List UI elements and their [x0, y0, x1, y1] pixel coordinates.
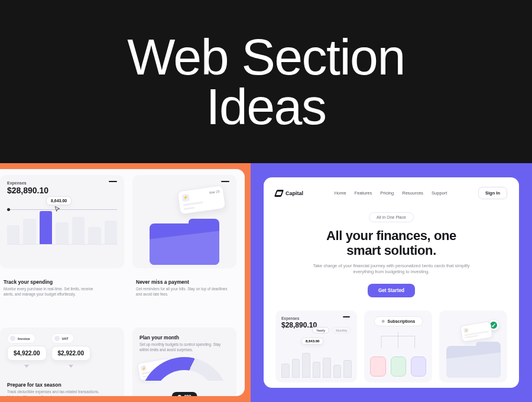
subscriptions-pill: Subscriptions [374, 316, 423, 326]
receipt-date: Mar 23 [209, 190, 220, 194]
spending-tile: Expenses $28,890.10 8,643.00 [0, 175, 124, 268]
threshold-slider[interactable] [7, 209, 117, 210]
subscription-node[interactable] [370, 356, 385, 377]
caption-title: Prepare for tax season [7, 382, 117, 388]
caption-title: Track your spending [4, 279, 117, 285]
budget-gauge [140, 357, 229, 396]
subscription-nodes [370, 356, 426, 377]
feature-bento-card: Expenses $28,890.10 8,643.00 [0, 169, 245, 396]
spending-caption: Track your spending Monitor every purcha… [0, 275, 124, 320]
tab-monthly[interactable]: Monthly [332, 327, 351, 333]
caption-title: Never miss a payment [136, 279, 229, 285]
chip-invoice-value: $4,922.00 [7, 346, 47, 361]
nav-resources[interactable]: Resources [402, 190, 423, 196]
folder-icon [446, 346, 501, 378]
caption-desc: Monitor every purchase in real-time. Set… [4, 287, 104, 297]
caption-desc: Track deductible expenses and tax-relate… [7, 390, 108, 396]
chevron-down-icon [69, 365, 73, 368]
subscription-node[interactable] [411, 356, 426, 377]
caption-desc: Get reminders for all your bills. Stay o… [136, 287, 229, 297]
caption-title: Plan your month [140, 335, 229, 341]
brand-logo-icon [274, 190, 284, 197]
tree-connectors [375, 332, 421, 348]
example-panel-left: Expenses $28,890.10 8,643.00 [0, 163, 251, 402]
chip-vat-value: $2,922.00 [51, 346, 91, 361]
mini-bar-tooltip: 8,643.00 [301, 338, 323, 345]
caption-desc: Set up monthly budgets to control spendi… [140, 342, 229, 352]
nav-pricing[interactable]: Pricing [380, 190, 394, 196]
signin-button[interactable]: Sign In [478, 187, 507, 199]
chevron-down-icon [24, 365, 29, 368]
hero-headline: All your finances, one smart solution. [275, 228, 507, 258]
subscription-node[interactable] [391, 356, 406, 377]
chip-small-vat: VAT [51, 333, 74, 343]
lightning-icon: ⚡ [182, 194, 190, 202]
chip-small-invoice: Invoice [7, 333, 35, 343]
eyebrow-pill: All in One Place [369, 212, 414, 222]
minimize-icon[interactable] [109, 181, 117, 182]
tab-yearly[interactable]: Yearly [312, 327, 329, 333]
tax-tile: Invoice $4,922.00 VAT $2,922.00 [0, 328, 124, 396]
hero-subtext: Take charge of your financial journey wi… [309, 263, 474, 276]
bar-tooltip: 8,643.00 [46, 196, 72, 205]
folder-icon [150, 223, 219, 265]
expenses-bar-chart [7, 199, 117, 245]
mini-folder-card: ✓ ⚡ [439, 310, 507, 382]
expenses-label: Expenses [7, 181, 117, 185]
landing-card: Capital Home Features Pricing Resources … [264, 177, 519, 388]
receipt-card: ⚡ Mar 23 [177, 185, 226, 215]
expenses-value: $28,890.10 [7, 186, 117, 195]
nav-home[interactable]: Home [335, 190, 346, 196]
mini-expenses-card: Expenses $28,890.10 Yearly Monthly 8,643… [275, 310, 357, 382]
cursor-icon [54, 206, 60, 212]
mini-subscriptions-card: Subscriptions [364, 310, 432, 382]
nav-features[interactable]: Features [355, 190, 372, 196]
get-started-button[interactable]: Get Started [368, 284, 415, 297]
gauge-value-badge: 800 [172, 392, 197, 396]
nav-support[interactable]: Support [432, 190, 447, 196]
receipt-card: ⚡ [460, 321, 493, 342]
hero-banner: Web Section Ideas [0, 0, 532, 163]
brand[interactable]: Capital [275, 190, 303, 197]
brand-name: Capital [286, 190, 303, 196]
range-toggle[interactable]: Yearly Monthly [312, 327, 351, 333]
payment-tile: ⚡ Mar 23 [132, 175, 236, 268]
top-nav: Capital Home Features Pricing Resources … [275, 187, 507, 199]
minimize-icon[interactable] [221, 181, 229, 182]
hero-heading: Web Section Ideas [127, 32, 405, 132]
plan-tile: Plan your month Set up monthly budgets t… [132, 328, 236, 396]
mini-expenses-label: Expenses [281, 316, 351, 320]
lightning-icon: ⚡ [463, 328, 469, 333]
mini-expenses-chart [281, 343, 351, 378]
payment-caption: Never miss a payment Get reminders for a… [132, 275, 236, 320]
nav-links: Home Features Pricing Resources Support [335, 190, 447, 196]
example-panel-right: Capital Home Features Pricing Resources … [251, 163, 532, 402]
